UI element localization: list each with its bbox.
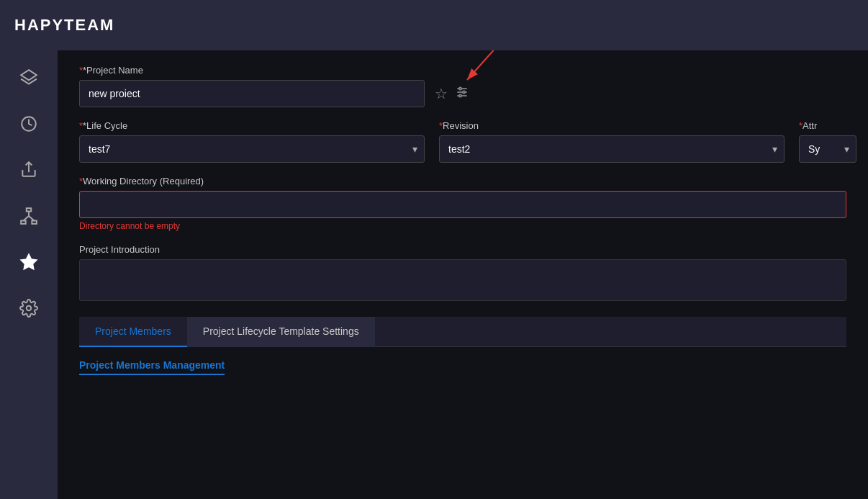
- revision-select-wrapper: test2: [439, 135, 785, 163]
- sidebar-icon-network[interactable]: [16, 203, 42, 229]
- main-layout: **Project Name ☆: [0, 50, 868, 499]
- sidebar-icon-layers[interactable]: [16, 65, 42, 91]
- project-name-label: **Project Name: [79, 65, 846, 76]
- svg-point-10: [27, 306, 32, 311]
- lifecycle-select-wrapper: test7: [79, 135, 425, 163]
- tabs-row: Project Members Project Lifecycle Templa…: [79, 317, 846, 346]
- dropdowns-row: **Life Cycle test7 *Revision test2: [79, 120, 846, 163]
- lifecycle-group: **Life Cycle test7: [79, 120, 425, 163]
- sidebar-icon-star[interactable]: [16, 249, 42, 275]
- svg-line-8: [29, 216, 35, 221]
- tab-project-members[interactable]: Project Members: [79, 317, 187, 347]
- members-management-title: Project Members Management: [79, 359, 225, 375]
- revision-group: *Revision test2: [439, 120, 785, 163]
- svg-marker-0: [21, 70, 37, 80]
- attr-group: *Attr Sy: [799, 120, 856, 163]
- tabs-container: Project Members Project Lifecycle Templa…: [79, 317, 846, 347]
- project-intro-group: Project Introduction: [79, 244, 846, 304]
- sidebar-icon-clock[interactable]: [16, 111, 42, 137]
- svg-rect-5: [32, 221, 37, 224]
- app-logo: HAPYTEAM: [14, 16, 114, 35]
- working-dir-label: *Working Directory (Required): [79, 176, 846, 186]
- sidebar-icon-settings[interactable]: [16, 295, 42, 321]
- working-dir-input[interactable]: [79, 191, 846, 218]
- sidebar-icon-share[interactable]: [16, 157, 42, 183]
- project-name-input[interactable]: [79, 80, 425, 107]
- content-area: **Project Name ☆: [58, 50, 868, 499]
- project-name-row: ☆: [79, 80, 846, 107]
- tab-project-lifecycle[interactable]: Project Lifecycle Template Settings: [187, 317, 375, 347]
- attr-label: *Attr: [799, 120, 856, 131]
- svg-point-17: [463, 91, 465, 93]
- svg-point-18: [459, 94, 461, 96]
- svg-line-7: [23, 216, 29, 221]
- svg-rect-4: [21, 221, 26, 224]
- working-dir-error: Directory cannot be empty: [79, 221, 846, 231]
- svg-marker-9: [21, 254, 37, 269]
- project-intro-label: Project Introduction: [79, 244, 846, 255]
- lifecycle-select[interactable]: test7: [79, 135, 425, 163]
- sidebar: [0, 50, 58, 499]
- project-name-icons: ☆: [435, 85, 469, 103]
- working-dir-group: *Working Directory (Required) Directory …: [79, 176, 846, 231]
- attr-select[interactable]: Sy: [799, 135, 856, 163]
- lifecycle-label: **Life Cycle: [79, 120, 425, 131]
- project-name-group: **Project Name ☆: [79, 65, 846, 107]
- attr-select-wrapper: Sy: [799, 135, 856, 163]
- star-bookmark-icon[interactable]: ☆: [435, 85, 448, 102]
- svg-rect-3: [27, 208, 32, 211]
- revision-select[interactable]: test2: [439, 135, 785, 163]
- svg-point-16: [459, 87, 461, 89]
- members-section: Project Members Management: [79, 347, 846, 387]
- project-intro-textarea[interactable]: [79, 259, 846, 301]
- filter-sliders-icon[interactable]: [455, 85, 469, 103]
- revision-label: *Revision: [439, 120, 785, 131]
- app-header: HAPYTEAM: [0, 0, 868, 50]
